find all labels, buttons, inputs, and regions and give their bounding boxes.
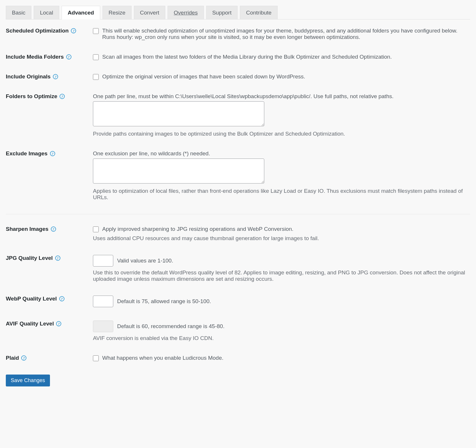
avif-quality-input	[93, 321, 113, 332]
exclude-bottom-hint: Applies to optimization of local files, …	[93, 188, 470, 201]
help-icon[interactable]: ?	[55, 256, 60, 261]
row-avif-quality: AVIF Quality Level ? Default is 60, reco…	[6, 321, 470, 341]
row-exclude-images: Exclude Images ? One exclusion per line,…	[6, 150, 470, 201]
row-jpg-quality: JPG Quality Level ? Valid values are 1-1…	[6, 255, 470, 282]
help-icon[interactable]: ?	[50, 151, 55, 156]
label-include-media-folders: Include Media Folders	[6, 54, 64, 60]
row-scheduled-optimization: Scheduled Optimization ? This will enabl…	[6, 28, 470, 40]
webp-quality-inline: Default is 75, allowed range is 50-100.	[117, 298, 211, 304]
include-media-folders-desc: Scan all images from the latest two fold…	[102, 54, 392, 60]
help-icon[interactable]: ?	[60, 94, 65, 99]
help-icon[interactable]: ?	[59, 296, 64, 301]
row-include-originals: Include Originals ? Optimize the origina…	[6, 73, 470, 80]
label-include-originals: Include Originals	[6, 73, 51, 80]
sharpen-images-checkbox[interactable]	[93, 226, 99, 232]
tab-overrides[interactable]: Overrides	[168, 6, 204, 19]
tab-convert[interactable]: Convert	[134, 6, 166, 19]
tab-basic[interactable]: Basic	[6, 6, 31, 19]
plaid-checkbox[interactable]	[93, 355, 99, 361]
scheduled-optimization-checkbox[interactable]	[93, 28, 99, 34]
tab-resize[interactable]: Resize	[103, 6, 132, 19]
jpg-quality-hint: Use this to override the default WordPre…	[93, 269, 470, 282]
sharpen-images-hint: Uses additional CPU resources and may ca…	[93, 235, 470, 242]
folders-top-hint: One path per line, must be within C:\Use…	[93, 93, 470, 100]
row-webp-quality: WebP Quality Level ? Default is 75, allo…	[6, 296, 470, 307]
include-originals-checkbox[interactable]	[93, 74, 99, 80]
avif-quality-hint: AVIF conversion is enabled via the Easy …	[93, 335, 470, 341]
exclude-top-hint: One exclusion per line, no wildcards (*)…	[93, 150, 470, 157]
include-media-folders-checkbox[interactable]	[93, 54, 99, 60]
row-include-media-folders: Include Media Folders ? Scan all images …	[6, 54, 470, 60]
label-plaid: Plaid	[6, 355, 19, 361]
help-icon[interactable]: ?	[66, 54, 71, 60]
label-scheduled-optimization: Scheduled Optimization	[6, 28, 69, 34]
label-folders-to-optimize: Folders to Optimize	[6, 93, 57, 100]
save-changes-button[interactable]: Save Changes	[6, 375, 50, 386]
help-icon[interactable]: ?	[53, 74, 58, 79]
folders-to-optimize-textarea[interactable]	[93, 101, 264, 126]
label-webp-quality: WebP Quality Level	[6, 296, 57, 302]
row-folders-to-optimize: Folders to Optimize ? One path per line,…	[6, 93, 470, 137]
include-originals-desc: Optimize the original version of images …	[102, 73, 305, 80]
label-exclude-images: Exclude Images	[6, 150, 48, 157]
avif-quality-inline: Default is 60, recommended range is 45-8…	[117, 323, 224, 329]
label-jpg-quality: JPG Quality Level	[6, 255, 53, 261]
help-icon[interactable]: ?	[71, 28, 76, 33]
row-plaid: Plaid ? What happens when you enable Lud…	[6, 355, 470, 361]
tab-support[interactable]: Support	[206, 6, 238, 19]
label-sharpen-images: Sharpen Images	[6, 226, 49, 232]
plaid-desc: What happens when you enable Ludicrous M…	[102, 355, 223, 361]
tab-local[interactable]: Local	[34, 6, 59, 19]
settings-tabs: Basic Local Advanced Resize Convert Over…	[6, 6, 470, 19]
sharpen-images-desc: Apply improved sharpening to JPG resizin…	[102, 226, 293, 232]
tab-advanced[interactable]: Advanced	[62, 6, 100, 19]
jpg-quality-input[interactable]	[93, 255, 113, 267]
tab-contribute[interactable]: Contribute	[240, 6, 278, 19]
webp-quality-input[interactable]	[93, 296, 113, 307]
row-sharpen-images: Sharpen Images ? Apply improved sharpeni…	[6, 214, 470, 242]
help-icon[interactable]: ?	[21, 355, 26, 361]
scheduled-optimization-desc: This will enable scheduled optimization …	[102, 28, 470, 40]
help-icon[interactable]: ?	[56, 321, 61, 326]
folders-bottom-hint: Provide paths containing images to be op…	[93, 131, 470, 137]
label-avif-quality: AVIF Quality Level	[6, 321, 54, 327]
jpg-quality-inline: Valid values are 1-100.	[117, 258, 173, 264]
help-icon[interactable]: ?	[51, 226, 56, 232]
exclude-images-textarea[interactable]	[93, 159, 264, 183]
